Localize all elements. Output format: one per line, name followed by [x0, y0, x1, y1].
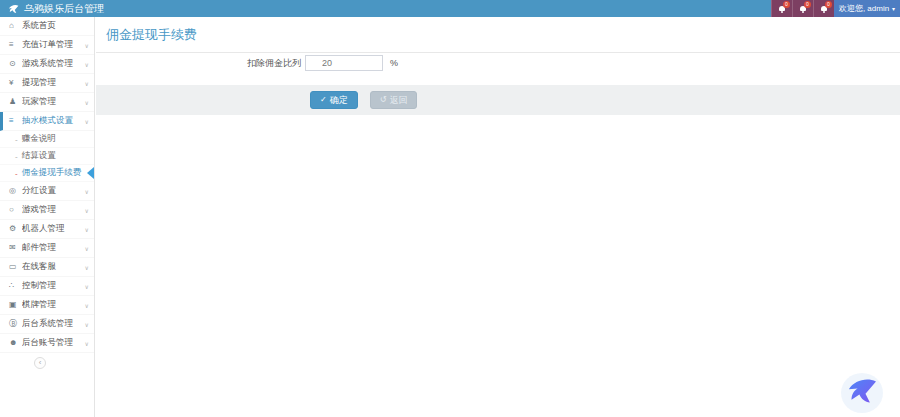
sidebar-item-label: 在线客服	[22, 261, 85, 273]
sidebar-item-label: 分红设置	[22, 185, 85, 197]
page-title: 佣金提现手续费	[96, 17, 900, 53]
chevron-down-icon: ∨	[85, 188, 89, 195]
form-actions-bar: ✓ 确定 ↺ 返回	[96, 85, 900, 115]
robot-icon: ⚙	[9, 225, 22, 233]
brand[interactable]: 乌鸦娱乐后台管理	[0, 0, 104, 17]
list-icon: ≡	[9, 117, 22, 125]
monitor-icon: ▭	[9, 263, 22, 271]
yen-icon: ¥	[9, 79, 22, 87]
chevron-down-icon: ∨	[85, 283, 89, 290]
chevron-left-icon: ‹	[39, 358, 42, 367]
deduct-ratio-input[interactable]	[305, 55, 383, 71]
users-icon: ☻	[9, 339, 22, 347]
chevron-down-icon: ∨	[85, 340, 89, 347]
service-widget[interactable]	[841, 373, 883, 413]
chevron-down-icon: ∨	[85, 207, 89, 214]
sidebar-item-label: 游戏系统管理	[22, 58, 85, 70]
sidebar-item-label: 后台系统管理	[22, 318, 85, 330]
deduct-ratio-label: 扣除佣金比列	[96, 57, 305, 70]
chevron-down-icon: ∨	[85, 80, 89, 87]
sidebar-item-backend-system[interactable]: Ⓑ 后台系统管理 ∨	[0, 315, 94, 334]
sidebar-item-players[interactable]: ♟ 玩家管理 ∨	[0, 93, 94, 112]
sidebar-item-dividend-settings[interactable]: ◎ 分红设置 ∨	[0, 182, 94, 201]
sidebar-item-game-system[interactable]: ⊙ 游戏系统管理 ∨	[0, 55, 94, 74]
chevron-down-icon: ∨	[85, 302, 89, 309]
sidebar-subitem-earnings-note[interactable]: - 赚金说明	[0, 131, 94, 148]
chevron-down-icon: ▾	[892, 6, 895, 12]
sidebar-item-mail-management[interactable]: ✉ 邮件管理 ∨	[0, 239, 94, 258]
back-button-label: 返回	[389, 94, 407, 107]
chevron-down-icon: ∨	[85, 245, 89, 252]
percent-unit: %	[390, 58, 398, 68]
sidebar-item-label: 系统首页	[22, 20, 89, 32]
sidebar: ⌂ 系统首页 ≡ 充值订单管理 ∨ ⊙ 游戏系统管理 ∨ ¥ 提现管理 ∨ ♟ …	[0, 17, 95, 417]
sidebar-item-withdrawal[interactable]: ¥ 提现管理 ∨	[0, 74, 94, 93]
eye-icon: ⊙	[9, 60, 22, 68]
active-item-arrow	[87, 167, 94, 179]
sidebar-item-label: 抽水模式设置	[22, 115, 85, 127]
user-greeting: 欢迎您, admin	[839, 3, 889, 14]
commission-ratio-row: 扣除佣金比列 %	[96, 55, 900, 71]
sidebar-item-label: 后台账号管理	[22, 337, 85, 349]
notification-badge: 0	[804, 1, 811, 8]
notification-bell-1[interactable]: 0	[771, 0, 792, 17]
confirm-button-label: 确定	[330, 94, 348, 107]
sidebar-item-robot-management[interactable]: ⚙ 机器人管理 ∨	[0, 220, 94, 239]
share-icon: ∴	[9, 282, 22, 290]
sidebar-item-label: 棋牌管理	[22, 299, 85, 311]
sidebar-item-backend-accounts[interactable]: ☻ 后台账号管理 ∨	[0, 334, 94, 353]
target-icon: ◎	[9, 187, 22, 195]
sidebar-item-system-home[interactable]: ⌂ 系统首页	[0, 17, 94, 36]
sidebar-subitem-label: 赚金说明	[22, 133, 56, 145]
sidebar-subitem-label: 佣金提现手续费	[22, 167, 82, 179]
notification-badge: 0	[783, 1, 790, 8]
sidebar-item-recharge-orders[interactable]: ≡ 充值订单管理 ∨	[0, 36, 94, 55]
back-button[interactable]: ↺ 返回	[370, 91, 418, 109]
sidebar-item-label: 玩家管理	[22, 96, 85, 108]
check-icon: ✓	[320, 96, 327, 104]
chevron-down-icon: ∨	[85, 42, 89, 49]
mail-icon: ✉	[9, 244, 22, 252]
brand-title: 乌鸦娱乐后台管理	[24, 2, 104, 16]
sidebar-item-game-management[interactable]: ○ 游戏管理 ∨	[0, 201, 94, 220]
notification-bell-2[interactable]: 0	[792, 0, 813, 17]
sidebar-item-board-games[interactable]: ▣ 棋牌管理 ∨	[0, 296, 94, 315]
topbar-right: 0 0 0 欢迎您, admin ▾	[771, 0, 900, 17]
sidebar-item-label: 邮件管理	[22, 242, 85, 254]
notification-badge: 0	[825, 1, 832, 8]
sidebar-item-label: 游戏管理	[22, 204, 85, 216]
chevron-down-icon: ∨	[85, 321, 89, 328]
sidebar-item-label: 充值订单管理	[22, 39, 85, 51]
sidebar-item-rake-mode-settings[interactable]: ≡ 抽水模式设置 ∨	[0, 112, 94, 131]
home-icon: ⌂	[9, 22, 22, 30]
sidebar-collapse-toggle[interactable]: ‹	[34, 357, 46, 369]
sidebar-item-online-service[interactable]: ▭ 在线客服 ∨	[0, 258, 94, 277]
undo-icon: ↺	[380, 96, 387, 104]
sidebar-subitem-settlement-settings[interactable]: - 结算设置	[0, 148, 94, 165]
list-icon: ≡	[9, 41, 22, 49]
sidebar-subitem-commission-withdraw-fee[interactable]: - 佣金提现手续费	[0, 165, 94, 182]
chevron-down-icon: ∨	[85, 226, 89, 233]
dash-icon: -	[15, 135, 18, 144]
card-icon: ▣	[9, 301, 22, 309]
brand-bird-icon	[8, 4, 19, 14]
main-content: 佣金提现手续费 扣除佣金比列 % ✓ 确定 ↺ 返回	[96, 17, 900, 417]
chevron-down-icon: ∨	[85, 61, 89, 68]
sidebar-item-label: 机器人管理	[22, 223, 85, 235]
chevron-down-icon: ∨	[85, 264, 89, 271]
chevron-down-icon: ∨	[85, 118, 89, 125]
confirm-button[interactable]: ✓ 确定	[310, 91, 358, 109]
user-menu[interactable]: 欢迎您, admin ▾	[834, 0, 900, 17]
user-icon: ♟	[9, 98, 22, 106]
bird-logo-icon	[846, 377, 878, 409]
notification-bell-3[interactable]: 0	[813, 0, 834, 17]
sidebar-subitem-label: 结算设置	[22, 150, 56, 162]
topbar: 乌鸦娱乐后台管理 0 0 0 欢迎您, admin ▾	[0, 0, 900, 17]
circle-icon: ○	[9, 206, 22, 214]
sidebar-item-control-management[interactable]: ∴ 控制管理 ∨	[0, 277, 94, 296]
chevron-down-icon: ∨	[85, 99, 89, 106]
dash-icon: -	[15, 152, 18, 161]
dash-icon: -	[15, 169, 18, 178]
sidebar-item-label: 提现管理	[22, 77, 85, 89]
sidebar-item-label: 控制管理	[22, 280, 85, 292]
